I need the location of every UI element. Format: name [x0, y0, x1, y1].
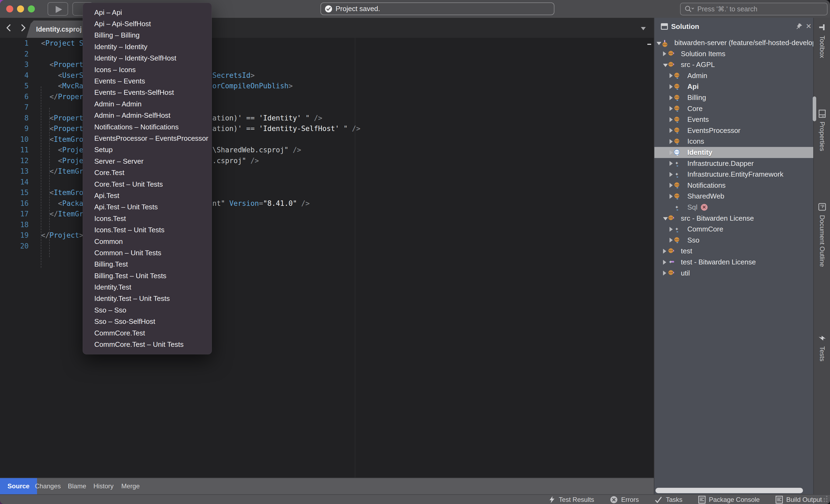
menu-item-common-unit-tests[interactable]: Common – Unit Tests [83, 247, 212, 259]
menu-item-commcore-test-unit-tests[interactable]: CommCore.Test – Unit Tests [83, 339, 212, 350]
horizontal-scrollbar[interactable] [656, 488, 803, 493]
status-pad-build-output[interactable]: Build Output [775, 496, 822, 504]
tree-row-identity[interactable]: Identity [655, 147, 814, 158]
tree-row-admin[interactable]: Admin [655, 70, 814, 81]
status-pad-test-results[interactable]: Test Results [548, 496, 594, 503]
menu-item-icons-test-unit-tests[interactable]: Icons.Test – Unit Tests [83, 224, 212, 236]
menu-item-api-test-unit-tests[interactable]: Api.Test – Unit Tests [83, 201, 212, 213]
chevron-right-icon[interactable] [670, 238, 673, 242]
tree-row-billing[interactable]: Billing [655, 92, 814, 103]
menu-item-commcore-test[interactable]: CommCore.Test [83, 327, 212, 339]
chevron-down-icon[interactable] [663, 64, 668, 67]
resize-grip[interactable] [821, 495, 828, 502]
menu-item-events-events[interactable]: Events – Events [83, 75, 212, 87]
tree-row-infrastructure-dapper[interactable]: ✦Infrastructure.Dapper [655, 158, 814, 169]
menu-item-api-api-selfhost[interactable]: Api – Api-SelfHost [83, 18, 212, 29]
chevron-right-icon[interactable] [670, 106, 673, 111]
chevron-right-icon[interactable] [670, 150, 673, 155]
chevron-right-icon[interactable] [663, 260, 666, 265]
chevron-right-icon[interactable] [663, 51, 666, 56]
chevron-right-icon[interactable] [670, 172, 673, 177]
menu-item-api-test[interactable]: Api.Test [83, 190, 212, 201]
chevron-down-icon[interactable] [663, 217, 668, 221]
menu-item-common[interactable]: Common [83, 236, 212, 247]
tree-row-src-agpl[interactable]: src - AGPL [655, 59, 814, 70]
chevron-right-icon[interactable] [670, 117, 673, 122]
close-pad-icon[interactable]: ✕ [806, 22, 811, 31]
menu-item-sso-sso[interactable]: Sso – Sso [83, 304, 212, 316]
navigate-back-icon[interactable] [4, 23, 14, 33]
tree-row-solution-items[interactable]: Solution Items [655, 48, 814, 59]
tree-row-infrastructure-entityframework[interactable]: ✦Infrastructure.EntityFramework [655, 169, 814, 180]
tree-row-bitwarden-server-feature-self-hosted-development[interactable]: bitwarden-server (feature/self-hosted-de… [655, 37, 814, 48]
navigate-forward-icon[interactable] [17, 23, 28, 33]
status-pad-tasks[interactable]: Tasks [655, 496, 682, 503]
status-pad-errors[interactable]: Errors [610, 496, 639, 504]
side-pad-tab-tests[interactable]: Tests [814, 334, 830, 361]
menu-item-core-test-unit-tests[interactable]: Core.Test – Unit Tests [83, 178, 212, 190]
menu-item-core-test[interactable]: Core.Test [83, 167, 212, 178]
chevron-right-icon[interactable] [670, 84, 673, 89]
menu-item-events-events-selfhost[interactable]: Events – Events-SelfHost [83, 87, 212, 98]
menu-item-eventsprocessor-eventsprocessor[interactable]: EventsProcessor – EventsProcessor [83, 133, 212, 144]
chevron-right-icon[interactable] [670, 139, 673, 144]
pin-icon[interactable] [796, 23, 803, 30]
chevron-right-icon[interactable] [670, 73, 673, 78]
run-button[interactable] [47, 2, 68, 16]
tree-row-core[interactable]: Core [655, 103, 814, 114]
menu-item-identity-test-unit-tests[interactable]: Identity.Test – Unit Tests [83, 293, 212, 304]
view-tab-blame[interactable]: Blame [65, 478, 89, 494]
close-window-button[interactable] [6, 5, 13, 12]
menu-item-api-api[interactable]: Api – Api [83, 7, 212, 18]
tree-row-icons[interactable]: Icons [655, 136, 814, 147]
view-tab-source[interactable]: Source [0, 478, 37, 494]
tree-row-eventsprocessor[interactable]: EventsProcessor [655, 125, 814, 136]
chevron-down-icon[interactable] [657, 42, 662, 45]
chevron-right-icon[interactable] [670, 128, 673, 133]
view-tab-merge[interactable]: Merge [118, 478, 143, 494]
tree-row-sso[interactable]: Sso [655, 235, 814, 246]
chevron-right-icon[interactable] [670, 227, 673, 232]
tree-row-util[interactable]: util [655, 268, 814, 279]
side-pad-tab-toolbox[interactable]: Toolbox [814, 23, 830, 58]
menu-item-icons-icons[interactable]: Icons – Icons [83, 64, 212, 75]
tree-row-notifications[interactable]: Notifications [655, 180, 814, 191]
menu-item-icons-test[interactable]: Icons.Test [83, 213, 212, 224]
chevron-right-icon[interactable] [663, 249, 666, 254]
minimize-window-button[interactable] [17, 5, 24, 12]
tree-row-test-bitwarden-license[interactable]: ✦test - Bitwarden License [655, 257, 814, 268]
menu-item-sso-sso-selfhost[interactable]: Sso – Sso-SelfHost [83, 316, 212, 327]
tree-row-sharedweb[interactable]: SharedWeb [655, 191, 814, 202]
tree-row-commcore[interactable]: ✦CommCore [655, 224, 814, 235]
tab-identity-csproj[interactable]: Identity.csproj [27, 21, 87, 38]
vertical-scrollbar[interactable] [813, 96, 816, 121]
chevron-right-icon[interactable] [670, 183, 673, 188]
menu-item-identity-identity[interactable]: Identity – Identity [83, 41, 212, 53]
tree-row-sql[interactable]: ✦Sql✕ [655, 202, 814, 213]
menu-item-billing-test[interactable]: Billing.Test [83, 259, 212, 270]
menu-item-billing-billing[interactable]: Billing – Billing [83, 30, 212, 41]
side-pad-tab-properties[interactable]: Properties [814, 110, 830, 151]
view-tab-history[interactable]: History [91, 478, 116, 494]
chevron-right-icon[interactable] [670, 194, 673, 199]
chevron-right-icon[interactable] [663, 271, 666, 275]
menu-item-admin-admin[interactable]: Admin – Admin [83, 98, 212, 110]
menu-item-server-server[interactable]: Server – Server [83, 156, 212, 167]
menu-item-billing-test-unit-tests[interactable]: Billing.Test – Unit Tests [83, 270, 212, 281]
menu-item-identity-identity-selfhost[interactable]: Identity – Identity-SelfHost [83, 53, 212, 64]
search-input[interactable]: Press '⌘.' to search [680, 3, 828, 15]
view-tab-changes[interactable]: Changes [32, 478, 63, 494]
menu-item-admin-admin-selfhost[interactable]: Admin – Admin-SelfHost [83, 110, 212, 121]
status-pad-package-console[interactable]: Package Console [698, 496, 760, 504]
tab-overflow-icon[interactable] [641, 27, 646, 30]
tree-row-events[interactable]: Events [655, 114, 814, 125]
tree-row-src-bitwarden-license[interactable]: src - Bitwarden License [655, 213, 814, 224]
chevron-right-icon[interactable] [670, 95, 673, 100]
menu-item-identity-test[interactable]: Identity.Test [83, 281, 212, 293]
zoom-window-button[interactable] [28, 5, 35, 12]
chevron-right-icon[interactable] [670, 161, 673, 166]
menu-item-setup[interactable]: Setup [83, 144, 212, 156]
tree-row-test[interactable]: test [655, 245, 814, 257]
menu-item-notifications-notifications[interactable]: Notifications – Notifications [83, 121, 212, 133]
tree-row-api[interactable]: Api [655, 81, 814, 92]
